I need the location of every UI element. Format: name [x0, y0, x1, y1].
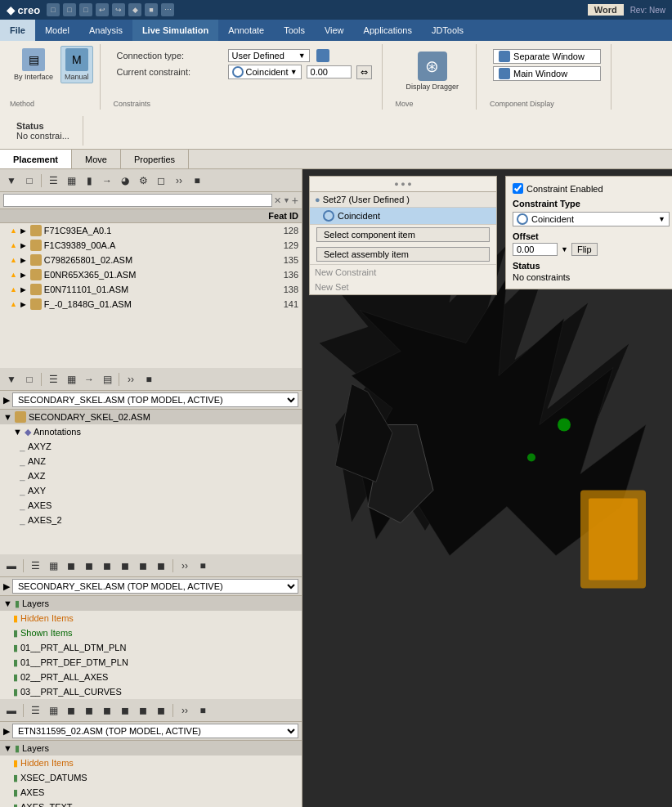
xsec-datums-row[interactable]: ▮ XSEC_DATUMS	[0, 770, 302, 785]
constraint-flip-btn[interactable]: ⇔	[356, 65, 372, 79]
menu-live-simulation[interactable]: Live Simulation	[132, 20, 218, 41]
title-icon-4[interactable]: ◆	[128, 3, 141, 16]
annotations-row[interactable]: ▼ ◆ Annotations	[0, 424, 302, 439]
connection-type-icon[interactable]	[316, 49, 329, 62]
title-icon-5[interactable]: ■	[145, 3, 158, 16]
tb3-more[interactable]: ››	[177, 558, 193, 574]
toolbar-layers[interactable]: ◻	[153, 173, 169, 189]
tb3-arr2[interactable]: ◼	[81, 558, 97, 574]
axy-row[interactable]: ⎯ AXY	[0, 483, 302, 498]
menu-jdtools[interactable]: JDTools	[422, 20, 473, 41]
secondary-skel-row[interactable]: ▼ SECONDARY_SKEL_02.ASM	[0, 410, 302, 424]
current-constraint-select[interactable]: Coincident ▼	[228, 65, 302, 79]
menu-annotate[interactable]: Annotate	[218, 20, 274, 41]
tree-row[interactable]: ▲ ► F71C93EA_A0.1 128	[0, 223, 302, 238]
tb2-right-end[interactable]: ■	[141, 371, 157, 388]
tb4-right[interactable]: ■	[195, 702, 211, 719]
tb3-right[interactable]: ■	[195, 558, 211, 574]
toolbar-grid[interactable]: ▦	[63, 173, 79, 189]
tab-properties[interactable]: Properties	[121, 150, 189, 168]
title-icon-1[interactable]: □	[47, 3, 60, 16]
tb3-layers-icon[interactable]: ▬	[3, 558, 20, 574]
tree-row[interactable]: ▲ ► F_-0_1848G_01.ASM 141	[0, 297, 302, 312]
tb4-layers-icon[interactable]: ▬	[3, 702, 20, 719]
active-model-select-1[interactable]: SECONDARY_SKEL.ASM (TOP MODEL, ACTIVE)	[12, 392, 298, 407]
tb4-grid[interactable]: ▦	[45, 702, 61, 719]
tab-move[interactable]: Move	[72, 150, 121, 168]
tb2-box[interactable]: □	[21, 371, 38, 388]
tb4-arr3[interactable]: ◼	[99, 702, 115, 719]
toolbar-box[interactable]: □	[21, 173, 38, 189]
active-model-select-layers1[interactable]: SECONDARY_SKEL.ASM (TOP MODEL, ACTIVE)	[12, 579, 298, 594]
title-icon-redo[interactable]: ↪	[112, 3, 125, 16]
tab-placement[interactable]: Placement	[0, 150, 72, 168]
title-icon-undo[interactable]: ↩	[96, 3, 109, 16]
toolbar-right-end[interactable]: ■	[189, 173, 205, 189]
menu-file[interactable]: File	[0, 20, 35, 41]
tree-row[interactable]: ▲ ► E0NR65X365_01.ASM 136	[0, 267, 302, 282]
separate-window-button[interactable]: Separate Window	[493, 49, 601, 64]
select-component-button[interactable]: Select component item	[316, 227, 490, 242]
constraint-value-input[interactable]	[307, 65, 352, 78]
layer-01-def-dtm-pln[interactable]: ▮ 01__PRT_DEF_DTM_PLN	[0, 655, 302, 670]
tb4-more[interactable]: ››	[177, 702, 193, 719]
tb3-arr6[interactable]: ◼	[153, 558, 169, 574]
set27-row[interactable]: ● Set27 (User Defined )	[310, 192, 496, 208]
toolbar-arrow[interactable]: →	[99, 173, 115, 189]
display-dragger-button[interactable]: ⊛ Display Dragger	[402, 49, 464, 93]
tb2-right-arrow[interactable]: →	[81, 371, 97, 388]
search-add-icon[interactable]: +	[292, 194, 298, 207]
constraint-type-select[interactable]: Coincident ▼	[513, 212, 670, 226]
offset-input[interactable]	[513, 243, 558, 256]
tb4-arr1[interactable]: ◼	[63, 702, 79, 719]
axyz-row[interactable]: ⎯ AXYZ	[0, 439, 302, 454]
title-icon-2[interactable]: □	[63, 3, 76, 16]
flip-button[interactable]: Flip	[571, 243, 598, 256]
tb3-arr5[interactable]: ◼	[135, 558, 151, 574]
menu-analysis[interactable]: Analysis	[79, 20, 132, 41]
select-assembly-button[interactable]: Select assembly item	[316, 247, 490, 262]
search-arrow-icon[interactable]: ▼	[283, 196, 290, 204]
tb3-list[interactable]: ☰	[27, 558, 43, 574]
menu-view[interactable]: View	[315, 20, 354, 41]
axes2-row[interactable]: ⎯ AXES_2	[0, 513, 302, 527]
toolbar-gear[interactable]: ⚙	[135, 173, 151, 189]
tree-row[interactable]: ▲ ► E0N711101_01.ASM 138	[0, 282, 302, 297]
tb4-arr6[interactable]: ◼	[153, 702, 169, 719]
tb3-arr4[interactable]: ◼	[117, 558, 133, 574]
toolbar-arrow-down[interactable]: ▼	[3, 173, 20, 189]
shown-items-row[interactable]: ▮ Shown Items	[0, 625, 302, 640]
search-input[interactable]	[3, 194, 272, 207]
tb2-arrow-down[interactable]: ▼	[3, 371, 20, 388]
tb2-grid[interactable]: ▦	[63, 371, 79, 388]
tb2-more[interactable]: ››	[123, 371, 139, 388]
tb3-arr1[interactable]: ◼	[63, 558, 79, 574]
layers-header-row1[interactable]: ▼ ▮ Layers	[0, 596, 302, 611]
tb3-arr3[interactable]: ◼	[99, 558, 115, 574]
menu-tools[interactable]: Tools	[274, 20, 315, 41]
search-clear-icon[interactable]: ✕	[274, 195, 281, 206]
menu-applications[interactable]: Applications	[354, 20, 422, 41]
tb2-square[interactable]: ▤	[99, 371, 115, 388]
constraint-enabled-checkbox[interactable]	[513, 183, 523, 194]
connection-type-select[interactable]: User Defined ▼	[228, 49, 310, 62]
axes-row[interactable]: ▮ AXES	[0, 785, 302, 800]
axes-row[interactable]: ⎯ AXES	[0, 498, 302, 513]
axz-row[interactable]: ⎯ AXZ	[0, 469, 302, 483]
tb2-list[interactable]: ☰	[45, 371, 61, 388]
title-icon-3[interactable]: □	[79, 3, 92, 16]
anz-row[interactable]: ⎯ ANZ	[0, 454, 302, 469]
toolbar-more[interactable]: ››	[171, 173, 187, 189]
layer-02-axes[interactable]: ▮ 02__PRT_ALL_AXES	[0, 670, 302, 684]
axes-text-row[interactable]: ▮ AXES_TEXT	[0, 800, 302, 807]
manual-button[interactable]: M Manual	[60, 46, 93, 83]
main-window-button[interactable]: Main Window	[493, 66, 601, 81]
tb4-arr5[interactable]: ◼	[135, 702, 151, 719]
tb4-arr2[interactable]: ◼	[81, 702, 97, 719]
active-model-select-layers2[interactable]: ETN311595_02.ASM (TOP MODEL, ACTIVE)	[12, 724, 298, 738]
hidden-items-row2[interactable]: ▮ Hidden Items	[0, 755, 302, 770]
tb4-list[interactable]: ☰	[27, 702, 43, 719]
tree-row[interactable]: ▲ ► F1C39389_00A.A 129	[0, 238, 302, 253]
tb4-arr4[interactable]: ◼	[117, 702, 133, 719]
hidden-items-row[interactable]: ▮ Hidden Items	[0, 611, 302, 625]
